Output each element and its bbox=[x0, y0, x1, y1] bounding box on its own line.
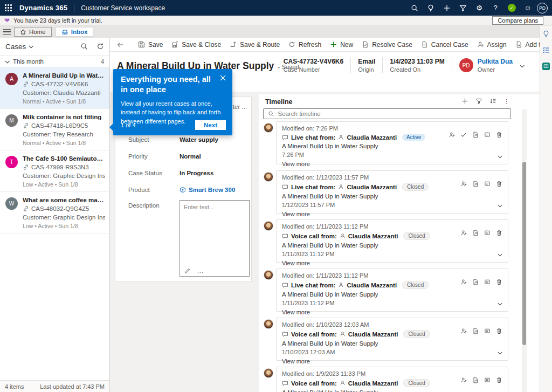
popup-next-button[interactable]: Next bbox=[195, 120, 226, 130]
rich-text-pen-icon[interactable] bbox=[184, 267, 191, 274]
assign-icon[interactable] bbox=[460, 328, 467, 334]
open-record-icon[interactable] bbox=[472, 132, 479, 138]
close-activity-check-icon[interactable] bbox=[460, 132, 467, 138]
owner-name-link[interactable]: Pulkita Dua bbox=[478, 58, 513, 65]
case-list-item[interactable]: M Milk container is not fitting CAS-4741… bbox=[0, 109, 109, 150]
open-record-icon[interactable] bbox=[472, 328, 479, 334]
field-value-subject[interactable]: Water supply bbox=[180, 136, 218, 143]
contact-name[interactable]: Claudia Mazzanti bbox=[348, 331, 398, 338]
presence-status-icon[interactable]: ✓ bbox=[503, 0, 520, 16]
case-list-item[interactable]: T The Cafe S-100 Semiautomatic has air b… bbox=[0, 150, 109, 192]
tab-home[interactable]: Home bbox=[14, 27, 52, 37]
timeline-scrollbar[interactable] bbox=[522, 109, 527, 392]
field-value-product-link[interactable]: Smart Brew 300 bbox=[180, 187, 235, 193]
new-button[interactable]: New bbox=[326, 38, 357, 51]
open-record-icon[interactable] bbox=[472, 230, 479, 236]
save-and-close-button[interactable]: Save & Close bbox=[167, 38, 225, 51]
timeline-search-input[interactable] bbox=[278, 111, 507, 117]
case-list-item[interactable]: A A Mineral Build Up in Water Supply CAS… bbox=[0, 67, 109, 109]
contact-name[interactable]: Claudia Mazzanti bbox=[347, 282, 397, 288]
hamburger-menu-icon[interactable] bbox=[0, 29, 14, 35]
expand-chevron-icon[interactable] bbox=[498, 348, 501, 356]
contact-name[interactable]: Claudia Mazzanti bbox=[348, 233, 398, 239]
notes-icon[interactable] bbox=[484, 181, 491, 187]
delete-icon[interactable] bbox=[496, 328, 502, 334]
description-textarea[interactable]: Enter text... ... bbox=[180, 200, 250, 277]
delete-icon[interactable] bbox=[496, 132, 502, 138]
expand-chevron-icon[interactable] bbox=[498, 152, 501, 160]
assign-icon[interactable] bbox=[448, 132, 455, 138]
save-button[interactable]: Save bbox=[134, 38, 167, 51]
timeline-overflow-icon[interactable]: ⋮ bbox=[503, 98, 510, 105]
view-more-link[interactable]: View more bbox=[282, 161, 502, 167]
contact-name[interactable]: Claudia Mazzanti bbox=[347, 184, 397, 190]
timeline-collapse-records-icon[interactable] bbox=[489, 98, 496, 105]
assign-button[interactable]: Assign bbox=[473, 38, 511, 51]
view-more-link[interactable]: View more bbox=[282, 309, 502, 315]
view-more-link[interactable]: View more bbox=[282, 358, 502, 365]
expand-chevron-icon[interactable] bbox=[498, 299, 501, 307]
delete-icon[interactable] bbox=[496, 230, 502, 236]
agent-scripts-checklist-icon[interactable] bbox=[542, 46, 550, 54]
field-value-priority[interactable]: Normal bbox=[180, 153, 201, 160]
timeline-card[interactable]: Modified on: 1/11/2023 11:12 PM Live cha… bbox=[276, 269, 508, 312]
delete-icon[interactable] bbox=[496, 377, 502, 383]
field-value-case-status[interactable]: In Progress bbox=[180, 170, 213, 176]
timeline-card[interactable]: Modified on: 1/9/2023 11:33 PM Voice cal… bbox=[276, 367, 508, 392]
lightbulb-icon[interactable] bbox=[423, 0, 439, 16]
help-icon[interactable]: ? bbox=[487, 0, 503, 16]
case-list-item[interactable]: W What are some coffee machines cleaning… bbox=[0, 192, 109, 233]
assign-icon[interactable] bbox=[460, 377, 467, 383]
entity-selector[interactable]: Cases bbox=[5, 43, 32, 51]
knowledge-search-book-icon[interactable] bbox=[542, 63, 550, 70]
timeline-card[interactable]: Modified on: 7:26 PM Live chat from: Cla… bbox=[276, 121, 508, 164]
timeline-add-icon[interactable] bbox=[461, 98, 468, 105]
resolve-case-button[interactable]: Resolve Case bbox=[357, 38, 417, 51]
notes-icon[interactable] bbox=[484, 328, 491, 334]
add-plus-icon[interactable] bbox=[439, 0, 455, 16]
close-icon[interactable] bbox=[219, 74, 227, 82]
search-icon[interactable] bbox=[406, 0, 423, 16]
view-more-link[interactable]: View more bbox=[282, 211, 502, 217]
settings-gear-icon[interactable]: ⚙ bbox=[471, 0, 487, 16]
timeline-card[interactable]: Modified on: 1/12/2023 11:57 PM Live cha… bbox=[276, 170, 508, 214]
save-and-route-button[interactable]: Save & Route bbox=[225, 38, 284, 51]
filter-icon[interactable] bbox=[455, 0, 471, 16]
assign-icon[interactable] bbox=[460, 181, 467, 187]
notes-icon[interactable] bbox=[484, 279, 491, 285]
timeline-card[interactable]: Modified on: 1/10/2023 12:03 AM Voice ca… bbox=[276, 318, 508, 361]
expand-chevron-icon[interactable] bbox=[498, 201, 501, 209]
timeline-filter-icon[interactable] bbox=[475, 98, 482, 105]
app-launcher-waffle-icon[interactable] bbox=[0, 0, 16, 16]
refresh-button[interactable]: Refresh bbox=[284, 38, 326, 51]
timeline-search-box[interactable] bbox=[263, 108, 511, 119]
cancel-case-button[interactable]: Cancel Case bbox=[417, 38, 473, 51]
tab-inbox[interactable]: Inbox bbox=[56, 27, 94, 37]
scrollbar-thumb[interactable] bbox=[522, 162, 526, 345]
compare-plans-button[interactable]: Compare plans bbox=[492, 16, 543, 25]
group-header-this-month[interactable]: This month 4 bbox=[0, 55, 109, 67]
notes-icon[interactable] bbox=[484, 230, 491, 236]
notes-icon[interactable] bbox=[484, 132, 491, 138]
header-expand-chevron-icon[interactable] bbox=[520, 61, 523, 69]
contact-name[interactable]: Claudia Mazzanti bbox=[348, 380, 398, 387]
assign-icon[interactable] bbox=[460, 279, 467, 285]
feedback-smiley-icon[interactable]: ☺ bbox=[520, 0, 536, 16]
user-avatar[interactable]: PD bbox=[537, 3, 548, 13]
delete-icon[interactable] bbox=[496, 279, 502, 285]
view-more-link[interactable]: View more bbox=[282, 260, 502, 266]
contact-name[interactable]: Claudia Mazzanti bbox=[347, 134, 397, 141]
assign-icon[interactable] bbox=[460, 230, 467, 236]
sidebar-search-icon[interactable] bbox=[80, 43, 88, 50]
back-button[interactable] bbox=[116, 41, 124, 49]
expand-chevron-icon[interactable] bbox=[498, 250, 501, 258]
open-record-icon[interactable] bbox=[472, 279, 479, 285]
notes-icon[interactable] bbox=[484, 377, 491, 383]
delete-icon[interactable] bbox=[496, 181, 502, 187]
open-record-icon[interactable] bbox=[472, 377, 479, 383]
timeline-card[interactable]: Modified on: 1/11/2023 11:12 PM Voice ca… bbox=[276, 219, 508, 263]
description-more-icon[interactable]: ... bbox=[197, 267, 204, 274]
smart-assist-lightbulb-icon[interactable] bbox=[542, 30, 550, 38]
sidebar-refresh-icon[interactable] bbox=[96, 43, 104, 50]
open-record-icon[interactable] bbox=[472, 181, 479, 187]
